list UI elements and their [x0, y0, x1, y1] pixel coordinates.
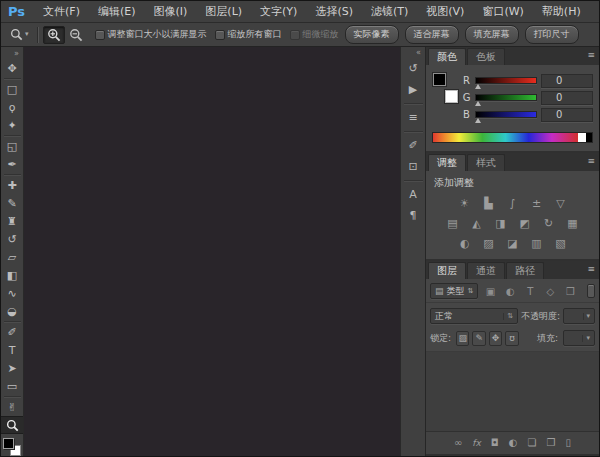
black-white-icon[interactable]: ◨ — [493, 217, 509, 230]
resize-windows-to-fit-checkbox[interactable] — [95, 30, 105, 40]
threshold-icon[interactable]: ◪ — [505, 237, 521, 250]
color-spectrum-ramp[interactable] — [432, 132, 593, 143]
toolbox-collapse-icon[interactable]: » — [1, 48, 23, 59]
red-slider[interactable] — [475, 77, 537, 84]
color-lookup-icon[interactable]: ▦ — [565, 217, 581, 230]
filter-adjustment-layers-icon[interactable]: ◐ — [502, 283, 518, 299]
lock-transparent-pixels-icon[interactable]: ▨ — [456, 331, 469, 346]
tab-swatches[interactable]: 色板 — [467, 48, 505, 65]
posterize-icon[interactable]: ▨ — [481, 237, 497, 250]
gradient-tool[interactable]: ◧ — [2, 266, 23, 284]
color-balance-icon[interactable]: ◭ — [469, 217, 485, 230]
clone-stamp-tool[interactable]: ♜ — [2, 212, 23, 230]
zoom-out-button[interactable] — [65, 26, 87, 44]
new-group-icon[interactable]: ❏ — [528, 438, 537, 448]
lasso-tool[interactable]: ϙ — [2, 98, 23, 116]
brightness-contrast-icon[interactable]: ☀ — [457, 197, 473, 210]
brush-panel-icon[interactable]: ✐ — [403, 135, 424, 156]
spot-healing-brush-tool[interactable]: ✚ — [2, 176, 23, 194]
history-brush-tool[interactable]: ↺ — [2, 230, 23, 248]
menu-window[interactable]: 窗口(W) — [473, 1, 532, 22]
hand-tool[interactable]: ✌ — [2, 398, 23, 416]
background-color-swatch[interactable] — [444, 89, 459, 104]
history-panel-icon[interactable]: ↺ — [403, 58, 424, 79]
pen-tool[interactable]: ✐ — [2, 323, 23, 341]
dock-expand-icon[interactable]: « — [401, 47, 425, 58]
link-layers-icon[interactable]: ∞ — [454, 438, 462, 448]
lock-all-icon[interactable]: ʊ — [505, 331, 518, 346]
red-slider-thumb[interactable] — [475, 84, 481, 89]
tab-color[interactable]: 颜色 — [428, 48, 466, 65]
photo-filter-icon[interactable]: ◩ — [517, 217, 533, 230]
opacity-dropdown[interactable]: ▾ — [563, 308, 595, 324]
fill-screen-button[interactable]: 填充屏幕 — [465, 25, 519, 44]
tab-channels[interactable]: 通道 — [467, 262, 505, 279]
fill-dropdown[interactable]: ▾ — [563, 330, 595, 346]
spectrum-white-swatch[interactable] — [578, 133, 586, 142]
eyedropper-tool[interactable]: ✒ — [2, 155, 23, 173]
red-value-field[interactable]: 0 — [541, 74, 593, 88]
menu-view[interactable]: 视图(V) — [417, 1, 473, 22]
lock-position-icon[interactable]: ✥ — [489, 331, 502, 346]
paragraph-panel-icon[interactable]: ¶ — [403, 205, 424, 226]
print-size-button[interactable]: 打印尺寸 — [525, 25, 579, 44]
scrubby-zoom-checkbox[interactable] — [290, 30, 300, 40]
add-layer-mask-icon[interactable]: ◘ — [491, 438, 499, 448]
new-adjustment-layer-icon[interactable]: ◐ — [509, 438, 518, 448]
menu-edit[interactable]: 编辑(E) — [89, 1, 145, 22]
hue-saturation-icon[interactable]: ▤ — [445, 217, 461, 230]
foreground-color-swatch[interactable] — [3, 438, 14, 449]
layer-filter-toggle[interactable] — [587, 284, 595, 298]
layers-panel-menu-icon[interactable]: ≡ — [587, 264, 595, 274]
path-selection-tool[interactable]: ➤ — [2, 359, 23, 377]
new-layer-icon[interactable]: ❐ — [546, 438, 555, 448]
character-panel-icon[interactable]: A — [403, 184, 424, 205]
type-tool[interactable]: T — [2, 341, 23, 359]
brush-tool[interactable]: ✎ — [2, 194, 23, 212]
blur-tool[interactable]: ∿ — [2, 284, 23, 302]
foreground-background-swatches[interactable] — [3, 438, 21, 456]
filter-shape-layers-icon[interactable]: ◇ — [542, 283, 558, 299]
delete-layer-icon[interactable]: ▯ — [565, 438, 571, 448]
blue-value-field[interactable]: 0 — [541, 108, 593, 122]
invert-icon[interactable]: ◐ — [457, 237, 473, 250]
blend-mode-dropdown[interactable]: 正常 ⇅ — [430, 308, 518, 324]
menu-image[interactable]: 图像(I) — [145, 1, 197, 22]
actions-panel-icon[interactable]: ▶ — [403, 79, 424, 100]
lock-image-pixels-icon[interactable]: ✎ — [472, 331, 485, 346]
blue-slider-thumb[interactable] — [475, 118, 481, 123]
clone-source-panel-icon[interactable]: ⊡ — [403, 156, 424, 177]
spectrum-black-swatch[interactable] — [586, 133, 592, 142]
curves-icon[interactable]: ∫ — [505, 197, 521, 210]
eraser-tool[interactable]: ▱ — [2, 248, 23, 266]
spectrum-gradient[interactable] — [433, 133, 578, 142]
menu-filter[interactable]: 滤镜(T) — [362, 1, 417, 22]
properties-panel-icon[interactable]: ≡ — [403, 107, 424, 128]
fit-screen-button[interactable]: 适合屏幕 — [405, 25, 459, 44]
color-panel-menu-icon[interactable]: ≡ — [587, 50, 595, 60]
tab-adjustments[interactable]: 调整 — [428, 154, 466, 171]
menu-type[interactable]: 文字(Y) — [251, 1, 306, 22]
rectangular-marquee-tool[interactable]: □ — [2, 80, 23, 98]
quick-selection-tool[interactable]: ✦ — [2, 116, 23, 134]
move-tool[interactable]: ✥ — [2, 59, 23, 77]
crop-tool[interactable]: ◱ — [2, 137, 23, 155]
filter-type-layers-icon[interactable]: T — [522, 283, 538, 299]
channel-mixer-icon[interactable]: ↻ — [541, 217, 557, 230]
green-value-field[interactable]: 0 — [541, 91, 593, 105]
actual-pixels-button[interactable]: 实际像素 — [345, 25, 399, 44]
filter-pixel-layers-icon[interactable]: ▣ — [482, 283, 498, 299]
zoom-all-windows-checkbox[interactable] — [215, 30, 225, 40]
menu-select[interactable]: 选择(S) — [306, 1, 362, 22]
foreground-color-swatch[interactable] — [432, 72, 447, 87]
layers-list[interactable] — [426, 352, 599, 431]
levels-icon[interactable]: ▙ — [481, 197, 497, 210]
vibrance-icon[interactable]: ▽ — [553, 197, 569, 210]
zoom-tool[interactable] — [1, 416, 24, 434]
filter-smart-objects-icon[interactable]: ❒ — [562, 283, 578, 299]
menu-file[interactable]: 文件(F) — [34, 1, 89, 22]
rectangle-tool[interactable]: ▭ — [2, 377, 23, 395]
selective-color-icon[interactable]: ▧ — [553, 237, 569, 250]
green-slider[interactable] — [475, 94, 537, 101]
dodge-tool[interactable]: ◒ — [2, 302, 23, 320]
